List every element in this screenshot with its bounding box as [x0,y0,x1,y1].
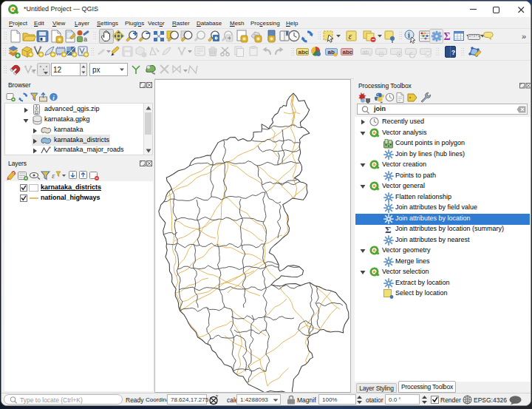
svg-text:?: ? [451,49,456,56]
svg-text:i: i [408,31,410,39]
svg-text:a: a [83,36,87,43]
svg-text:ε: ε [52,171,55,180]
svg-text:Σ: Σ [385,224,392,234]
svg-text:12: 12 [53,66,62,74]
svg-text:ab: ab [363,49,369,55]
svg-text:ε: ε [349,31,352,41]
svg-text:abc: abc [343,49,353,55]
svg-text:abc: abc [299,49,309,55]
svg-text:»: » [522,32,526,41]
svg-text:Σ: Σ [444,31,451,42]
svg-text:px: px [92,66,100,74]
